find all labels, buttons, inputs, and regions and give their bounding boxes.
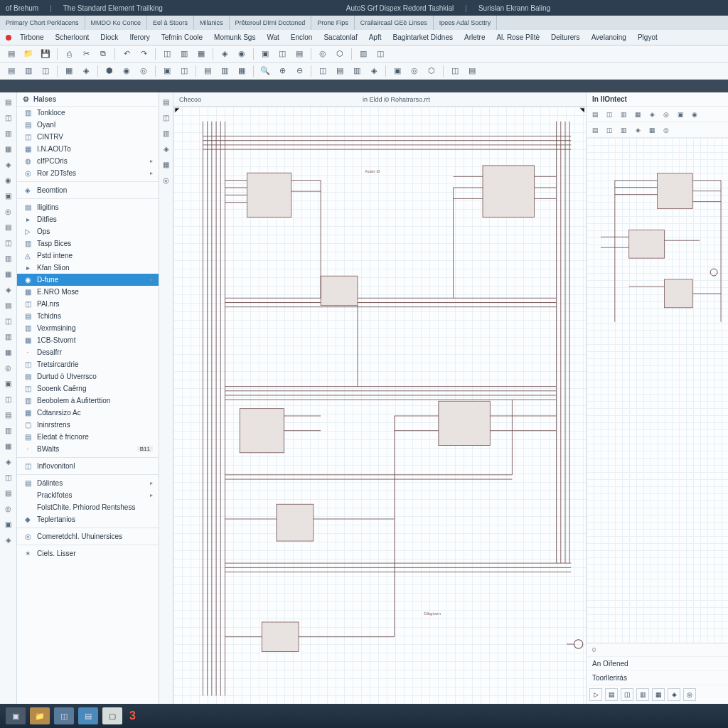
menu-item[interactable]: Enclon xyxy=(285,33,318,41)
tree-item[interactable]: ◉D-fune▸ xyxy=(17,274,159,286)
menu-item[interactable]: Wat xyxy=(261,33,284,41)
taskbar-app-icon[interactable]: ◫ xyxy=(54,707,74,724)
tree-item[interactable]: ▦Cdtanrsizo Ac xyxy=(17,407,159,419)
tree-item[interactable]: ◫PAl.nrs xyxy=(17,298,159,310)
strip-icon[interactable]: ◫ xyxy=(2,392,15,405)
tree-item[interactable]: ◈Beomtion xyxy=(17,184,159,196)
tool-icon[interactable]: ⬡ xyxy=(424,64,439,78)
rp-tool-icon[interactable]: ◫ xyxy=(604,109,615,120)
doc-tab[interactable]: MMDO Ko Conce xyxy=(85,16,148,30)
menu-item[interactable]: Scherloont xyxy=(50,33,95,41)
strip-icon[interactable]: ▦ xyxy=(2,142,15,155)
rp-tool-icon[interactable]: ◎ xyxy=(660,109,672,120)
tool-save-icon[interactable]: 💾 xyxy=(38,47,53,61)
rp-btn-icon[interactable]: ▷ xyxy=(589,688,602,701)
tree-item[interactable]: ▦E.NRO Mose xyxy=(17,286,159,298)
tree-item[interactable]: ◫Sooenk Caêrng xyxy=(17,382,159,395)
tool-icon[interactable]: ⬡ xyxy=(333,47,347,61)
strip-icon[interactable]: ◫ xyxy=(2,471,15,483)
strip-icon[interactable]: ▦ xyxy=(2,267,15,280)
tree-item[interactable]: ▤Oyanl xyxy=(17,119,159,131)
tree-item[interactable]: ▥Vexrmsining xyxy=(17,322,159,334)
tool-icon[interactable]: ▥ xyxy=(350,64,364,78)
strip-icon[interactable]: ◈ xyxy=(2,158,15,171)
tool-print-icon[interactable]: ⎙ xyxy=(62,47,76,61)
strip-icon[interactable]: ▤ xyxy=(2,220,15,233)
tool-icon[interactable]: ▦ xyxy=(62,64,76,78)
doc-tab[interactable]: Primary Chort Perklacens xyxy=(0,16,85,30)
schematic-canvas[interactable]: Adair i0 Dikgiven xyxy=(173,107,586,704)
tree-item[interactable]: ◍cIfPCOris▸ xyxy=(17,155,159,167)
rp-tool-icon[interactable]: ▤ xyxy=(589,124,601,136)
rp-tool-icon[interactable]: ▥ xyxy=(618,109,629,120)
menu-item[interactable]: Deiturers xyxy=(545,33,586,41)
doc-tab[interactable]: Crailaircaal GEè Linses xyxy=(355,16,434,30)
tree-item[interactable]: ▸Ditfies xyxy=(17,213,159,225)
rp-tool-icon[interactable]: ◉ xyxy=(689,109,700,120)
prop-row[interactable]: Toorllerirás xyxy=(587,671,728,685)
tool-icon[interactable]: ⊖ xyxy=(292,64,306,78)
tree-item[interactable]: ◫Inflovonitonl xyxy=(17,460,159,472)
taskbar-app-icon[interactable]: 📁 xyxy=(30,707,50,724)
strip-icon[interactable]: ▥ xyxy=(2,330,15,343)
menu-item[interactable]: Avelanoing xyxy=(586,33,632,41)
menu-item[interactable]: Apft xyxy=(363,33,387,41)
strip-icon[interactable]: ▦ xyxy=(160,158,173,171)
strip-icon[interactable]: ◈ xyxy=(160,142,173,155)
menu-item[interactable]: Sacatonlaf xyxy=(318,33,363,41)
rp-btn-icon[interactable]: ◎ xyxy=(683,688,696,701)
tree-item[interactable]: ◬Pstd intene xyxy=(17,250,159,262)
strip-icon[interactable]: ▤ xyxy=(2,486,15,499)
tree-item[interactable]: ▥Tasp Bices xyxy=(17,237,159,250)
tree-item[interactable]: ▢Ininrstrens xyxy=(17,419,159,431)
tool-icon[interactable]: ◫ xyxy=(275,47,289,61)
tree-item[interactable]: ◎Ror 2DTsfes▸ xyxy=(17,167,159,179)
tool-undo-icon[interactable]: ↶ xyxy=(119,47,134,61)
strip-icon[interactable]: ▤ xyxy=(160,95,173,108)
strip-icon[interactable]: ◫ xyxy=(2,111,15,124)
rp-tool-icon[interactable]: ▦ xyxy=(646,124,658,136)
tool-icon[interactable]: ◫ xyxy=(373,47,387,61)
strip-icon[interactable]: ◎ xyxy=(160,173,173,186)
tool-open-icon[interactable]: 📁 xyxy=(21,47,36,61)
menu-item[interactable]: Plgyot xyxy=(632,33,663,41)
tree-item[interactable]: ◎Comeretdchl. Uhuinersices xyxy=(17,530,159,542)
strip-icon[interactable]: ▥ xyxy=(2,252,15,264)
tool-icon[interactable]: ▤ xyxy=(333,64,347,78)
rp-tool-icon[interactable]: ▥ xyxy=(618,124,629,136)
tool-icon[interactable]: ⬢ xyxy=(102,64,117,78)
tree-item[interactable]: FolstChite. Prhiorod Rentshess xyxy=(17,501,159,513)
tool-icon[interactable]: ◈ xyxy=(218,47,232,61)
tool-icon[interactable]: ◈ xyxy=(79,64,93,78)
tool-icon[interactable]: ▤ xyxy=(200,64,215,78)
tool-cut-icon[interactable]: ✂ xyxy=(79,47,93,61)
tree-item[interactable]: ▦I.N.AOUTo xyxy=(17,143,159,155)
strip-icon[interactable]: ▣ xyxy=(2,377,15,390)
rp-tool-icon[interactable]: ◈ xyxy=(632,124,643,136)
tool-icon[interactable]: ◎ xyxy=(407,64,422,78)
rp-tool-icon[interactable]: ◫ xyxy=(604,124,615,136)
tool-icon[interactable]: ◫ xyxy=(38,64,53,78)
tool-icon[interactable]: ▤ xyxy=(465,64,479,78)
strip-icon[interactable]: ▣ xyxy=(2,518,15,530)
tree-item[interactable]: ▥Tonkloce xyxy=(17,107,159,119)
doc-tab[interactable]: Ipees Adal Socttry xyxy=(434,16,498,30)
menu-item[interactable]: Iferory xyxy=(124,33,155,41)
taskbar-app-icon[interactable]: ▢ xyxy=(102,707,122,724)
doc-tab[interactable]: Prone Fips xyxy=(311,16,355,30)
tree-item[interactable]: ◆Teplertanios xyxy=(17,513,159,525)
tree-item[interactable]: ◫Tretsircardrie xyxy=(17,358,159,370)
strip-icon[interactable]: ▦ xyxy=(2,439,15,452)
tree-item[interactable]: ◫CINTRV xyxy=(17,131,159,143)
taskbar-app-icon[interactable]: ▤ xyxy=(78,707,98,724)
doc-tab[interactable]: Eel à Stoors xyxy=(147,16,194,30)
strip-icon[interactable]: ▤ xyxy=(2,95,15,108)
rp-btn-icon[interactable]: ◈ xyxy=(668,688,680,701)
rp-btn-icon[interactable]: ◫ xyxy=(621,688,633,701)
rp-tool-icon[interactable]: ▦ xyxy=(632,109,643,120)
tree-item[interactable]: ▦1CB-Stvornt xyxy=(17,334,159,346)
right-preview[interactable] xyxy=(587,138,728,643)
tool-icon[interactable]: ▥ xyxy=(356,47,370,61)
strip-icon[interactable]: ▥ xyxy=(2,127,15,139)
tool-icon[interactable]: ▦ xyxy=(235,64,249,78)
